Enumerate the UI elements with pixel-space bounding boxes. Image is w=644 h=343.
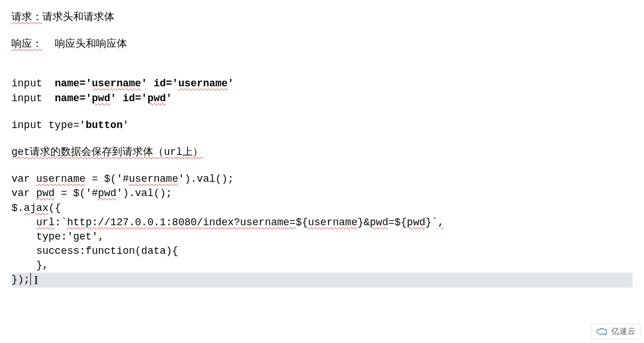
watermark-text: 亿速云 [611, 326, 635, 337]
code-line-active[interactable]: });I [11, 273, 633, 287]
code-line: type:'get', [11, 230, 633, 244]
code-line: var username = $('#username').val(); [11, 172, 633, 186]
cloud-icon [596, 328, 609, 336]
code-line: success:function(data){ [11, 244, 633, 258]
code-line: }, [11, 258, 633, 273]
watermark-badge: 亿速云 [591, 324, 641, 340]
code-line: $.ajax({ [11, 201, 633, 216]
text-cursor [30, 273, 31, 285]
ibeam-cursor-icon: I [34, 274, 38, 286]
code-line: var pwd = $('#pwd').val(); [11, 186, 633, 201]
text-line: input name='username' id='username' [11, 77, 633, 91]
document-content: 请求：请求头和请求体 响应： 响应头和响应体 input name='usern… [11, 10, 633, 288]
code-line: url:`http://127.0.0.1:8080/index?usernam… [11, 216, 633, 230]
text-line: get请求的数据会保存到请求体（url上） [11, 145, 633, 159]
text-line: input name='pwd' id='pwd' [11, 91, 633, 106]
text-line: 请求：请求头和请求体 [11, 10, 633, 25]
text-line: 响应： 响应头和响应体 [11, 37, 633, 51]
text-line: input type='button' [11, 118, 633, 133]
